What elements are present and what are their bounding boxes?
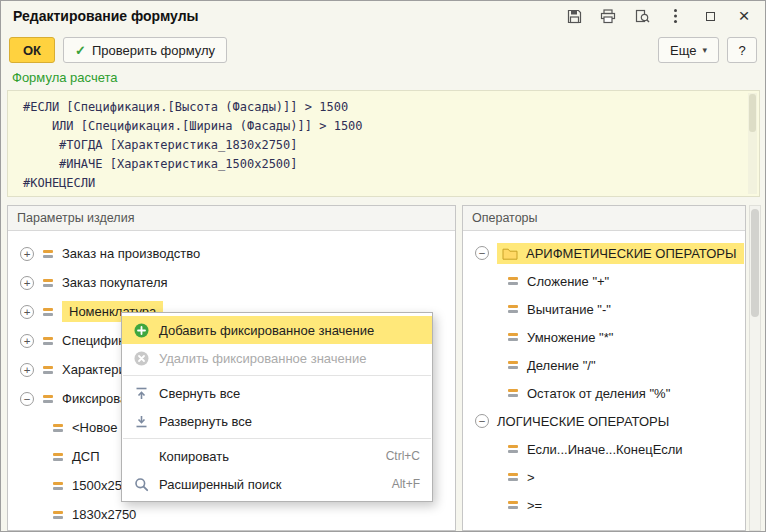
delete-icon xyxy=(133,351,149,366)
tree-item-label: Если...Иначе...КонецЕсли xyxy=(527,442,683,457)
formula-section-label: Формула расчета xyxy=(12,70,118,85)
tree-item[interactable]: 1830х2750 xyxy=(8,500,455,529)
operators-tree: −АРИФМЕТИЧЕСКИЕ ОПЕРАТОРЫСложение "+"Выч… xyxy=(463,231,745,530)
vertical-scrollbar-thumb[interactable] xyxy=(751,209,759,317)
expand-node-icon[interactable]: + xyxy=(20,363,34,377)
formula-text[interactable]: #ЕСЛИ [Спецификация.[Высота (Фасады)]] >… xyxy=(8,91,759,193)
tree-item-label: Деление "/" xyxy=(527,358,596,373)
tree-item[interactable]: −ЛОГИЧЕСКИЕ ОПЕРАТОРЫ xyxy=(463,407,745,435)
more-button[interactable]: Еще ▾ xyxy=(658,37,719,63)
tree-item-label: >= xyxy=(527,498,542,513)
menu-item-label: Добавить фиксированное значение xyxy=(159,323,420,338)
check-formula-button[interactable]: ✓ Проверить формулу xyxy=(63,37,227,63)
menu-item-label: Развернуть все xyxy=(159,414,420,429)
field-icon xyxy=(507,331,519,343)
field-icon xyxy=(42,306,54,318)
expand-node-icon[interactable]: + xyxy=(20,276,34,290)
menu-item-label: Расширенный поиск xyxy=(159,477,382,492)
field-icon xyxy=(52,480,64,492)
tree-item-label: 1830х2750 xyxy=(72,507,136,522)
field-icon xyxy=(52,422,64,434)
field-icon xyxy=(507,471,519,483)
menu-item-label: Удалить фиксированное значение xyxy=(159,351,420,366)
save-icon[interactable] xyxy=(565,7,583,25)
menu-item[interactable]: Развернуть все xyxy=(122,407,432,435)
menu-item-label: Копировать xyxy=(159,449,376,464)
field-icon xyxy=(507,303,519,315)
parameters-panel-header: Параметры изделия xyxy=(8,206,455,231)
formula-editor[interactable]: #ЕСЛИ [Спецификация.[Высота (Фасады)]] >… xyxy=(7,90,760,197)
tree-item[interactable]: >= xyxy=(463,491,745,519)
tree-item-label: Сложение "+" xyxy=(527,274,609,289)
expand-node-icon[interactable]: + xyxy=(20,247,34,261)
menu-item[interactable]: Свернуть все xyxy=(122,379,432,407)
expand-node-icon[interactable]: + xyxy=(20,305,34,319)
menu-shortcut: Ctrl+C xyxy=(386,449,420,463)
titlebar-icons: × xyxy=(565,7,753,25)
context-menu: Добавить фиксированное значениеУдалить ф… xyxy=(121,312,433,502)
find-icon[interactable] xyxy=(633,7,651,25)
tree-item[interactable]: > xyxy=(463,463,745,491)
menu-item: Удалить фиксированное значение xyxy=(122,344,432,372)
check-icon: ✓ xyxy=(75,43,86,58)
window-title: Редактирование формулы xyxy=(13,8,199,24)
toolbar: ОК ✓ Проверить формулу Еще ▾ ? xyxy=(9,37,757,63)
expand-node-icon[interactable]: + xyxy=(20,334,34,348)
tree-item[interactable]: Сложение "+" xyxy=(463,267,745,295)
field-icon xyxy=(52,509,64,521)
tree-item-label: > xyxy=(527,470,535,485)
menu-separator xyxy=(123,375,431,376)
collapse-icon xyxy=(133,386,149,401)
field-icon xyxy=(42,364,54,376)
field-icon xyxy=(42,393,54,405)
tree-item[interactable]: Остаток от деления "%" xyxy=(463,379,745,407)
tree-item[interactable]: Вычитание "-" xyxy=(463,295,745,323)
formula-editor-window: Редактирование формулы × ОК ✓ Проверить … xyxy=(0,0,766,532)
formula-scrollbar-thumb[interactable] xyxy=(749,94,756,132)
menu-item[interactable]: КопироватьCtrl+C xyxy=(122,442,432,470)
tree-item-label: АРИФМЕТИЧЕСКИЕ ОПЕРАТОРЫ xyxy=(526,246,737,261)
ok-button[interactable]: ОК xyxy=(9,37,55,63)
selected-tree-item: АРИФМЕТИЧЕСКИЕ ОПЕРАТОРЫ xyxy=(497,243,744,264)
menu-item-label: Свернуть все xyxy=(159,386,420,401)
folder-icon xyxy=(502,247,518,260)
menu-separator xyxy=(123,438,431,439)
tree-item-label: Вычитание "-" xyxy=(527,302,611,317)
tree-item-label: ДСП xyxy=(72,449,100,464)
tree-item-label: Заказ покупателя xyxy=(62,275,168,290)
help-button[interactable]: ? xyxy=(727,37,757,63)
menu-shortcut: Alt+F xyxy=(392,477,420,491)
tree-item[interactable]: Деление "/" xyxy=(463,351,745,379)
collapse-node-icon[interactable]: − xyxy=(475,246,489,260)
field-icon xyxy=(507,499,519,511)
more-button-label: Еще xyxy=(670,43,696,58)
collapse-node-icon[interactable]: − xyxy=(475,414,489,428)
field-icon xyxy=(42,335,54,347)
formula-scrollbar[interactable] xyxy=(748,93,757,194)
field-icon xyxy=(42,277,54,289)
print-icon[interactable] xyxy=(599,7,617,25)
close-icon[interactable]: × xyxy=(735,7,753,25)
field-icon xyxy=(52,451,64,463)
tree-item[interactable]: Умножение "*" xyxy=(463,323,745,351)
vertical-scrollbar[interactable] xyxy=(749,205,761,531)
chevron-down-icon: ▾ xyxy=(702,45,707,55)
expand-icon xyxy=(133,414,149,429)
tree-item[interactable]: Если...Иначе...КонецЕсли xyxy=(463,435,745,463)
maximize-icon[interactable] xyxy=(701,7,719,25)
kebab-menu-icon[interactable] xyxy=(667,7,685,25)
tree-item[interactable]: −АРИФМЕТИЧЕСКИЕ ОПЕРАТОРЫ xyxy=(463,239,745,267)
menu-item[interactable]: Расширенный поискAlt+F xyxy=(122,470,432,498)
menu-item[interactable]: Добавить фиксированное значение xyxy=(122,316,432,344)
field-icon xyxy=(42,248,54,260)
tree-item-label: ЛОГИЧЕСКИЕ ОПЕРАТОРЫ xyxy=(497,414,669,429)
titlebar: Редактирование формулы × xyxy=(1,1,765,31)
field-icon xyxy=(507,443,519,455)
tree-item[interactable]: +Заказ покупателя xyxy=(8,268,455,297)
tree-item-label: Остаток от деления "%" xyxy=(527,386,670,401)
search-icon xyxy=(133,477,149,492)
tree-item[interactable]: +Заказ на производство xyxy=(8,239,455,268)
check-formula-label: Проверить формулу xyxy=(92,43,215,58)
tree-item-label: Умножение "*" xyxy=(527,330,613,345)
collapse-node-icon[interactable]: − xyxy=(20,392,34,406)
